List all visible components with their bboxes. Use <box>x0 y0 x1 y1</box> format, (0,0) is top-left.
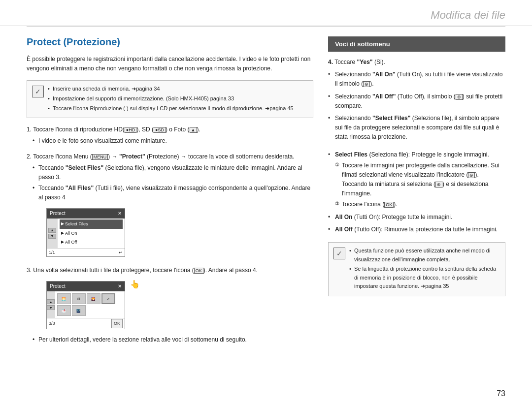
step-1-text: 1. Toccare l'icona di riproduzione HD(●H… <box>27 125 313 134</box>
screen-page-1: 1/1 <box>49 249 55 256</box>
screen-page-2: 3/3 <box>49 320 55 327</box>
select-icon: ⊛ <box>435 182 442 188</box>
page-header: Modifica dei file <box>0 0 532 26</box>
right-column: Voci di sottomenu 4. Toccare "Yes" (Si).… <box>328 36 505 350</box>
step-4-content: 4. Toccare "Yes" (Si). Selezionando "All… <box>328 58 505 142</box>
menu-all-off[interactable]: ▶ All Off <box>60 238 123 247</box>
submenu-item-3: All Off (Tutto Off): Rimuove la protezio… <box>328 225 505 234</box>
note-right-item-2: Se la linguetta di protezione contro la … <box>349 265 500 291</box>
screen-title-2: Protect <box>50 282 66 290</box>
screen-menu-1: ▶ Select Files ▶ All On ▶ <box>58 219 125 248</box>
note-content: Inserire una scheda di memoria. ➜pagina … <box>48 85 294 114</box>
circle-num-1: ① <box>335 161 339 169</box>
thumb-3: 🌄 <box>87 293 100 304</box>
thumb-4[interactable]: ✔ <box>101 293 115 304</box>
menu-all-on[interactable]: ▶ All On <box>60 229 123 238</box>
screen-down-btn[interactable]: ▼ <box>48 234 56 239</box>
screen-back-1: ↩ <box>119 249 123 256</box>
hd-icon: ●HD <box>125 127 136 133</box>
screen-footer-1: 1/1 ↩ <box>47 248 125 256</box>
screen-up-btn-2[interactable]: ▲ <box>47 299 55 304</box>
main-content: Protect (Protezione) È possibile protegg… <box>0 27 532 360</box>
thumb-6: 🌃 <box>72 305 86 316</box>
sd-icon: ●SD <box>154 127 166 133</box>
screen-body-2: ▲ ▼ 🌅 🖼 🌄 ✔ 🌁 🌃 <box>47 291 125 318</box>
film-icon: ▶ <box>61 221 64 227</box>
screen-sidebar-2: ▲ ▼ <box>47 291 55 318</box>
submenu-note-1a: ① Toccare le immagini per proteggerle da… <box>335 161 505 199</box>
symbol-allon: ⊛ <box>363 81 370 87</box>
note-item: Impostazione del supporto di memorizzazi… <box>48 94 294 103</box>
screen-footer-2: 3/3 OK <box>47 318 125 328</box>
film-icon-2: ▶ <box>61 230 64 237</box>
left-column: Protect (Protezione) È possibile protegg… <box>27 36 313 350</box>
page-number: 73 <box>497 389 505 398</box>
step-3-bullet: Per ulteriori dettagli, vedere la sezion… <box>33 335 313 344</box>
screen-title-1: Protect <box>50 210 66 218</box>
note-content-right: Questa funzione può essere utilizzata an… <box>349 247 500 292</box>
page-title: Protect (Protezione) <box>27 36 313 48</box>
step-4-bullet-3: Selezionando "Select Files" (Seleziona f… <box>328 114 505 142</box>
step-4-bullet-2: Selezionando "All Off" (Tutto Off), il s… <box>328 92 505 111</box>
screen-header-1: Protect ✕ <box>47 209 125 219</box>
step-2-bullet-1: Toccando "Select Files" (Seleziona file)… <box>33 163 313 182</box>
steps: 1. Toccare l'icona di riproduzione HD(●H… <box>27 125 313 344</box>
ok-icon-2: OK <box>384 202 394 208</box>
screen-mockup-2: Protect ✕ ▲ ▼ 🌅 🖼 <box>46 281 125 329</box>
screen-ok-btn[interactable]: OK <box>111 319 123 328</box>
foto-icon: ▲ <box>190 127 197 133</box>
step-2-text: 2. Toccare l'icona Menu (MENU) → "Protec… <box>27 152 313 161</box>
submenu-note-1b: ② Toccare l'icona (OK). <box>335 200 505 209</box>
note-right-item-1: Questa funzione può essere utilizzata an… <box>349 247 500 264</box>
submenu-items: Select Files (Seleziona file): Protegge … <box>328 150 505 235</box>
screen-sidebar-1: ▲ ▼ <box>47 219 58 248</box>
submenu-item-2: All On (Tutti On): Protegge tutte le imm… <box>328 213 505 222</box>
thumb-2: 🖼 <box>72 293 86 304</box>
submenu-item-1: Select Files (Seleziona file): Protegge … <box>328 150 505 210</box>
step-1: 1. Toccare l'icona di riproduzione HD(●H… <box>27 125 313 146</box>
note-item: Toccare l'icona Riproduzione ( ) sul dis… <box>48 104 294 113</box>
note-icon-right: ✓ <box>333 248 345 259</box>
step-3: 3. Una volta selezionati tutti i file da… <box>27 266 313 344</box>
screen-up-btn[interactable]: ▲ <box>48 228 56 233</box>
thumb-1: 🌅 <box>57 293 71 304</box>
submenu-title-box: Voci di sottomenu <box>328 36 505 52</box>
circle-num-2: ② <box>335 200 339 208</box>
symbol-alloff: ⊛ <box>456 94 463 100</box>
film-icon-3: ▶ <box>61 239 64 246</box>
header-title: Modifica dei file <box>431 9 505 22</box>
screen-thumbnails: 🌅 🖼 🌄 ✔ 🌁 🌃 <box>55 291 125 318</box>
step-2: 2. Toccare l'icona Menu (MENU) → "Protec… <box>27 152 313 260</box>
screen-mockup-1: Protect ✕ ▲ ▼ ▶ <box>46 208 125 257</box>
note-box: ✓ Inserire una scheda di memoria. ➜pagin… <box>27 80 313 118</box>
intro-text: È possibile proteggere le registrazioni … <box>27 55 313 73</box>
screen-header-2: Protect ✕ <box>47 282 125 291</box>
note-box-right: ✓ Questa funzione può essere utilizzata … <box>328 242 505 296</box>
step-1-bullet: I video e le foto sono visualizzati come… <box>33 136 313 146</box>
note-item: Inserire una scheda di memoria. ➜pagina … <box>48 85 294 94</box>
ok-icon: OK <box>194 268 203 274</box>
thumb-5: 🌁 <box>57 305 71 316</box>
menu-select-files[interactable]: ▶ Select Files <box>60 219 123 228</box>
step-4-bullet-1: Selezionando "All On" (Tutti On), su tut… <box>328 70 505 89</box>
screen-down-btn-2[interactable]: ▼ <box>47 305 55 310</box>
menu-icon: MENU <box>92 154 108 160</box>
indicator-icon: ⊛ <box>468 172 475 178</box>
step-4-label: 4. Toccare "Yes" (Si). <box>328 58 505 67</box>
note-icon: ✓ <box>32 86 44 97</box>
submenu-title: Voci di sottomenu <box>335 40 390 48</box>
page: Modifica dei file Protect (Protezione) È… <box>0 0 532 407</box>
hand-pointer-icon: 👆 <box>130 278 140 291</box>
step-3-text: 3. Una volta selezionati tutti i file da… <box>27 266 313 275</box>
screen-close-1: ✕ <box>118 210 122 218</box>
screen-body-1: ▲ ▼ ▶ Select Files ▶ <box>47 219 125 248</box>
screen-close-2: ✕ <box>118 282 122 290</box>
step-2-bullet-2: Toccando "All Files" (Tutti i file), vie… <box>33 184 313 202</box>
